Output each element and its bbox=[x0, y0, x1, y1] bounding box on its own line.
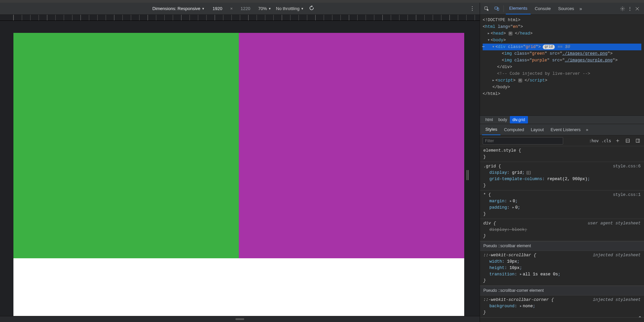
rule-source-injected: injected stylesheet bbox=[593, 297, 641, 303]
tab-console[interactable]: Console bbox=[531, 3, 554, 14]
pseudo-header-scrollbar-corner: Pseudo ::scrollbar-corner element bbox=[480, 286, 644, 296]
eq-zero: == $0 bbox=[557, 45, 570, 49]
dimensions-dropdown[interactable]: Dimensions: Responsive ▼ bbox=[152, 6, 205, 11]
device-toolbar: Dimensions: Responsive ▼ × 70% ▼ No thro… bbox=[0, 3, 480, 15]
dom-tree[interactable]: <!DOCTYPE html> <html lang="en"> ▸<head>… bbox=[480, 15, 644, 115]
subtab-event-listeners[interactable]: Event Listeners bbox=[547, 124, 584, 135]
breadcrumb: html body div.grid bbox=[480, 115, 644, 124]
grid-swatch-icon[interactable] bbox=[527, 171, 531, 174]
cls-toggle[interactable]: .cls bbox=[601, 139, 611, 143]
styles-filter-input[interactable] bbox=[483, 137, 563, 145]
dom-node[interactable]: ▾<body> bbox=[483, 37, 641, 44]
resize-handle[interactable] bbox=[466, 168, 470, 182]
purple-image bbox=[239, 33, 464, 258]
devtools-more-icon[interactable]: ⋮ bbox=[628, 6, 632, 11]
ruler bbox=[0, 15, 480, 21]
new-style-rule-icon[interactable] bbox=[614, 137, 621, 145]
dom-node[interactable]: <img class="purple" src="./images/purple… bbox=[483, 57, 641, 64]
rule-grid[interactable]: style.css:6 .grid { display: grid; grid-… bbox=[480, 162, 644, 191]
svg-rect-5 bbox=[636, 139, 639, 143]
subtabs-overflow-icon[interactable]: » bbox=[584, 127, 590, 132]
tab-sources[interactable]: Sources bbox=[555, 3, 578, 14]
pseudo-header-scrollbar: Pseudo ::scrollbar element bbox=[480, 241, 644, 251]
rule-source-link[interactable]: style.css:6 bbox=[613, 163, 641, 170]
dom-node[interactable]: <!-- Code injected by live-server --> bbox=[483, 70, 641, 77]
computed-sidebar-icon[interactable] bbox=[624, 137, 631, 145]
styles-toolbar: :hov .cls bbox=[480, 136, 644, 146]
dimension-separator: × bbox=[230, 6, 233, 11]
devtools-tabbar: Elements Console Sources » ⋮ bbox=[480, 3, 644, 15]
tab-elements[interactable]: Elements bbox=[506, 3, 531, 14]
crumb-body[interactable]: body bbox=[496, 116, 510, 123]
chevron-down-icon: ▼ bbox=[202, 7, 205, 10]
styles-rules[interactable]: element.style { } style.css:6 .grid { di… bbox=[480, 146, 644, 322]
dom-node[interactable]: ▸<head> ⋯ </head> bbox=[483, 30, 641, 37]
rule-scrollbar-corner[interactable]: injected stylesheet ::-webkit-scrollbar-… bbox=[480, 296, 644, 318]
hov-toggle[interactable]: :hov bbox=[589, 139, 599, 143]
dom-node[interactable]: </body> bbox=[483, 84, 641, 91]
crumb-html[interactable]: html bbox=[483, 116, 496, 123]
inspect-icon[interactable] bbox=[482, 4, 491, 13]
settings-icon[interactable] bbox=[618, 4, 627, 13]
rule-source-link[interactable]: style.css:1 bbox=[613, 192, 641, 198]
throttle-dropdown[interactable]: No throttling ▼ bbox=[276, 6, 304, 11]
dom-node-selected[interactable]: ▾<div class="grid">grid== $0 bbox=[483, 44, 641, 50]
chevron-down-icon: ▼ bbox=[268, 7, 271, 10]
rendered-page bbox=[13, 33, 464, 316]
dom-node[interactable]: ▸<script> ⋯ </script> bbox=[483, 77, 641, 84]
drawer-toggle[interactable] bbox=[0, 316, 480, 322]
grid-badge[interactable]: grid bbox=[543, 45, 555, 49]
rule-source-injected: injected stylesheet bbox=[593, 252, 641, 259]
subtab-layout[interactable]: Layout bbox=[527, 124, 547, 135]
styles-subtabs: Styles Computed Layout Event Listeners » bbox=[480, 124, 644, 136]
dom-node[interactable]: </div> bbox=[483, 64, 641, 70]
rule-ua-div[interactable]: user agent stylesheet div { display: blo… bbox=[480, 219, 644, 241]
dom-node[interactable]: <!DOCTYPE html> bbox=[483, 17, 641, 23]
rule-star[interactable]: style.css:1 * { margin: ▸0; padding: ▸0;… bbox=[480, 191, 644, 219]
expand-drawer-icon[interactable]: ⌃ bbox=[638, 315, 642, 321]
svg-point-3 bbox=[622, 8, 623, 9]
close-icon[interactable] bbox=[633, 4, 642, 13]
dom-node[interactable]: <html lang="en"> bbox=[483, 23, 641, 30]
subtab-computed[interactable]: Computed bbox=[500, 124, 527, 135]
dom-node[interactable]: <img class="green" src="./images/green.p… bbox=[483, 50, 641, 57]
height-input[interactable] bbox=[237, 6, 254, 11]
rule-element-style[interactable]: element.style { } bbox=[480, 146, 644, 162]
tabs-overflow-icon[interactable]: » bbox=[578, 6, 584, 11]
green-image bbox=[13, 33, 239, 258]
rule-scrollbar[interactable]: injected stylesheet ::-webkit-scrollbar … bbox=[480, 251, 644, 286]
subtab-styles[interactable]: Styles bbox=[482, 124, 500, 135]
device-toggle-icon[interactable] bbox=[492, 4, 501, 13]
dimensions-label: Dimensions: Responsive bbox=[152, 6, 200, 11]
zoom-dropdown[interactable]: 70% ▼ bbox=[258, 6, 271, 11]
svg-rect-4 bbox=[626, 139, 629, 143]
zoom-label: 70% bbox=[258, 6, 267, 11]
devtools-panel: Elements Console Sources » ⋮ <!DOCTYPE h… bbox=[480, 3, 644, 322]
width-input[interactable] bbox=[209, 6, 225, 11]
toggle-sidebar-icon[interactable] bbox=[634, 137, 641, 145]
throttle-label: No throttling bbox=[276, 6, 300, 11]
dom-node[interactable]: </html> bbox=[483, 91, 641, 97]
crumb-div-grid[interactable]: div.grid bbox=[510, 116, 528, 123]
device-toolbar-more-icon[interactable]: ⋮ bbox=[468, 5, 476, 12]
chevron-down-icon: ▼ bbox=[301, 7, 304, 10]
rotate-icon[interactable] bbox=[309, 5, 315, 12]
rule-source-ua: user agent stylesheet bbox=[588, 220, 641, 227]
